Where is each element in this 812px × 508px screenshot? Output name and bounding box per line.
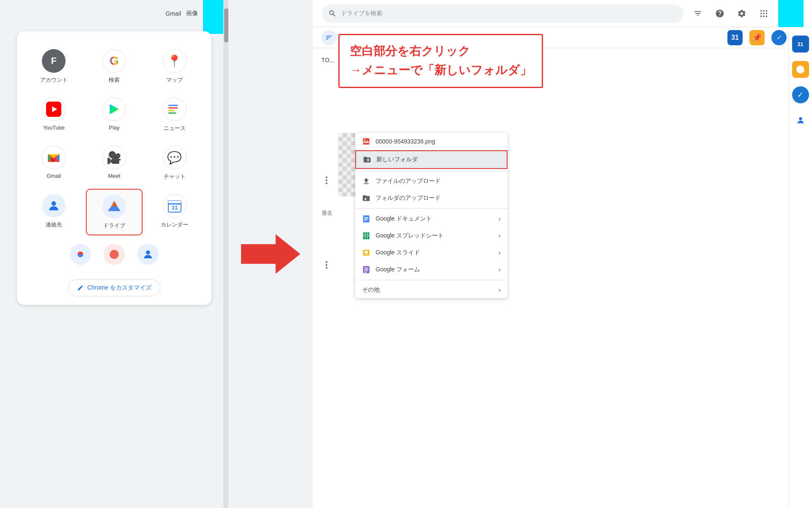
apps-svg — [759, 9, 768, 18]
keep-side-panel-icon[interactable] — [792, 61, 809, 78]
svg-rect-59 — [365, 254, 368, 255]
drive2-svg — [107, 248, 121, 261]
svg-point-28 — [110, 250, 118, 259]
maps-icon: 📍 — [163, 49, 187, 73]
upload-file-icon — [362, 177, 370, 185]
svg-rect-50 — [364, 218, 368, 219]
calendar-side-panel-icon[interactable]: 31 — [792, 36, 809, 52]
contacts-icon — [42, 194, 66, 218]
filter-icon[interactable] — [690, 6, 705, 21]
images-link[interactable]: 画像 — [186, 10, 198, 17]
chat-icon: 💬 — [163, 146, 187, 169]
svg-marker-11 — [110, 104, 119, 114]
app-item-gmail[interactable]: Gmail — [25, 141, 82, 185]
youtube-icon — [42, 97, 66, 121]
upload-file-inner: ファイルのアップロード — [362, 177, 441, 185]
google-slide-icon — [362, 248, 370, 257]
keep-side-icon[interactable]: 📌 — [749, 30, 765, 45]
google-form-inner: Google フォーム — [362, 265, 420, 274]
form-chevron: › — [499, 266, 501, 273]
app-item-contacts[interactable]: 連絡先 — [25, 189, 82, 235]
app-item-drive2[interactable] — [104, 244, 125, 265]
help-icon[interactable] — [712, 6, 727, 21]
play-svg — [107, 102, 122, 117]
app-item-meet[interactable]: 🎥 Meet — [86, 141, 143, 185]
app-item-drive[interactable]: ドライブ — [86, 189, 143, 235]
google-form-icon — [362, 265, 370, 274]
context-menu-google-slide[interactable]: Google スライド › — [355, 244, 508, 261]
app-item-calendar[interactable]: 31 カレンダー — [146, 189, 203, 235]
app-item-play[interactable]: Play — [86, 92, 143, 137]
apps-grid-icon[interactable] — [756, 6, 771, 21]
svg-point-38 — [763, 15, 765, 17]
three-dots-top[interactable] — [321, 175, 332, 187]
svg-point-39 — [766, 15, 768, 17]
app-item-contacts2[interactable] — [137, 244, 159, 265]
tasks-side-icon[interactable]: ✓ — [771, 30, 787, 45]
account-label: アカウント — [40, 76, 68, 84]
chat-label: チャット — [164, 173, 186, 180]
app-item-search[interactable]: G 検索 — [86, 44, 143, 89]
drive-label: ドライブ — [103, 222, 125, 229]
chrome-icon — [70, 244, 91, 265]
google-doc-label: Google ドキュメント — [376, 215, 432, 223]
contacts-label: 連絡先 — [46, 221, 62, 229]
context-menu-google-form[interactable]: Google フォーム › — [355, 261, 508, 278]
calendar-label: カレンダー — [161, 221, 188, 229]
divider2 — [355, 208, 508, 209]
app-grid: F アカウント G 検索 📍 マップ — [21, 40, 207, 240]
svg-point-65 — [799, 117, 802, 120]
app-item-chat[interactable]: 💬 チャット — [146, 141, 203, 185]
svg-point-37 — [760, 15, 762, 17]
news-icon — [163, 97, 187, 121]
pencil-icon — [77, 284, 84, 291]
account-icon: F — [42, 49, 66, 73]
sliders-svg — [693, 9, 702, 18]
other-inner: その他 — [362, 286, 380, 294]
app-item-account[interactable]: F アカウント — [25, 44, 82, 89]
context-menu-new-folder[interactable]: 新しいフォルダ — [355, 150, 508, 169]
customize-chrome-label: Chrome をカスタマイズ — [87, 284, 151, 292]
context-menu-file-item: 00000-954933236.png — [355, 133, 508, 150]
contacts2-icon — [137, 244, 159, 265]
app-item-maps[interactable]: 📍 マップ — [146, 44, 203, 89]
divider3 — [355, 280, 508, 280]
red-arrow — [241, 233, 300, 275]
three-dots-bottom[interactable] — [321, 260, 332, 272]
contacts-side-panel-icon[interactable] — [792, 112, 809, 129]
svg-rect-15 — [168, 113, 176, 114]
image-file-icon — [362, 137, 370, 146]
search-bar[interactable]: ドライブを検索 — [321, 4, 683, 23]
context-menu-google-doc[interactable]: Google ドキュメント › — [355, 210, 508, 227]
customize-chrome-button[interactable]: Chrome をカスタマイズ — [68, 279, 160, 296]
app-item-chrome[interactable] — [70, 244, 91, 265]
settings-svg — [737, 9, 746, 18]
sort-active-button[interactable] — [321, 30, 337, 45]
context-menu-upload-folder[interactable]: フォルダのアップロード — [355, 190, 508, 207]
news-svg — [167, 102, 182, 117]
upload-file-label: ファイルのアップロード — [376, 177, 441, 185]
keep-svg — [796, 65, 805, 74]
tasks-side-panel-icon[interactable]: ✓ — [792, 86, 809, 103]
app-item-news[interactable]: ニュース — [146, 92, 203, 137]
svg-point-35 — [763, 13, 765, 14]
svg-rect-14 — [168, 110, 175, 111]
settings-icon[interactable] — [734, 6, 749, 21]
app-grid-popup: F アカウント G 検索 📍 マップ — [17, 31, 211, 305]
svg-point-29 — [146, 251, 150, 254]
context-menu-upload-file[interactable]: ファイルのアップロード — [355, 173, 508, 190]
app-item-youtube[interactable]: YouTube — [25, 92, 82, 137]
drive-toolbar-icons — [690, 6, 771, 21]
svg-marker-20 — [108, 207, 121, 211]
context-menu-google-sheet[interactable]: Google スプレッドシート › — [355, 227, 508, 244]
svg-rect-61 — [364, 268, 368, 268]
context-menu-other[interactable]: その他 › — [355, 282, 508, 298]
scrollbar-track[interactable] — [223, 0, 228, 508]
scrollbar-thumb[interactable] — [224, 8, 228, 42]
left-panel: Gmail 画像 F アカウント — [0, 0, 228, 508]
three-dots-svg-bottom — [321, 260, 332, 270]
svg-text:31: 31 — [171, 204, 178, 211]
gmail-link[interactable]: Gmail — [165, 10, 181, 17]
drive-content: TO... — [313, 48, 812, 508]
calendar-side-icon[interactable]: 31 — [727, 30, 743, 45]
